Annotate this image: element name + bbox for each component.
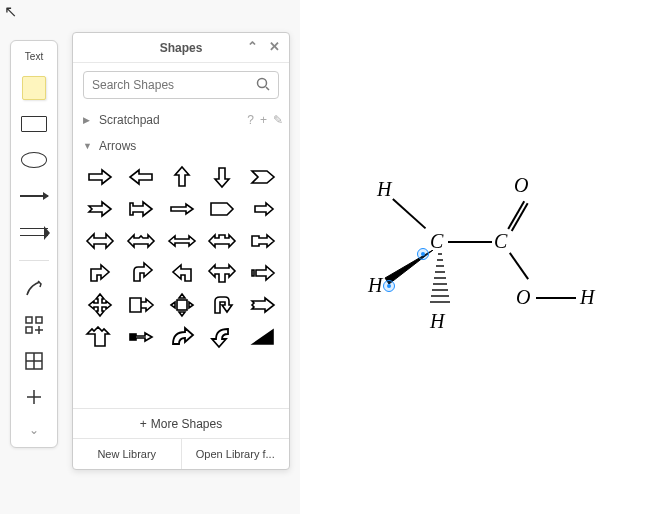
arrow-chevron-right[interactable] [246,163,280,191]
open-library-button[interactable]: Open Library f... [182,439,290,469]
search-icon[interactable] [256,77,270,94]
arrow-quad[interactable] [83,291,117,319]
freehand-tool[interactable] [18,279,50,299]
arrow-curve-down[interactable] [205,323,239,351]
mouse-cursor: ↖ [4,2,17,21]
search-input[interactable] [92,78,256,92]
arrow-right-small[interactable] [246,195,280,223]
arrow-double-horiz[interactable] [83,227,117,255]
arrow-corner-ul[interactable] [165,259,199,287]
line-tool[interactable] [18,186,50,206]
atom-o-double[interactable]: O [514,174,528,197]
drawing-canvas[interactable]: H H C H C O O H [300,0,658,514]
arrow-cross-2[interactable] [83,323,117,351]
scratchpad-help[interactable]: ? [247,113,254,127]
arrow-down-block[interactable] [205,163,239,191]
sticky-note-tool[interactable] [18,78,50,98]
table-tool[interactable] [18,351,50,371]
new-library-button[interactable]: New Library [73,439,182,469]
double-line-arrow-tool[interactable] [18,222,50,242]
arrow-right-stripe[interactable] [246,259,280,287]
arrow-quad-box[interactable] [165,291,199,319]
molecule-drawing[interactable]: H H C H C O O H [330,170,610,350]
atom-h-top[interactable]: H [377,178,391,201]
arrow-right-slim[interactable] [165,195,199,223]
arrow-t[interactable] [205,259,239,287]
panel-header: Shapes ⌃ ✕ [73,33,289,63]
scratchpad-section[interactable]: ▶ Scratchpad ? + ✎ [83,107,283,133]
bond-c-c[interactable] [448,241,492,243]
shapes-panel: Shapes ⌃ ✕ ▶ Scratchpad ? + ✎ ▼ Arrows [72,32,290,470]
collapse-icon[interactable]: ⌃ [243,37,261,55]
arrow-corner-ur[interactable] [83,259,117,287]
arrow-right-block[interactable] [83,163,117,191]
svg-point-4 [258,78,267,87]
mini-toolbar: Text ⌄ [10,40,58,448]
svg-rect-2 [26,327,32,333]
arrow-right-open[interactable] [124,323,158,351]
panel-title: Shapes [160,41,203,55]
arrow-right-box[interactable] [246,227,280,255]
plus-tool[interactable] [18,387,50,407]
svg-rect-1 [36,317,42,323]
atom-c-right[interactable]: C [494,230,507,253]
caret-right-icon: ▶ [83,115,93,125]
arrow-curve-right[interactable] [165,323,199,351]
scratchpad-edit[interactable]: ✎ [273,113,283,127]
expand-toolbar[interactable]: ⌄ [18,423,50,437]
bond-c-o-double[interactable] [507,201,524,229]
arrow-bend-right[interactable] [124,259,158,287]
plus-icon: + [140,417,147,431]
search-box[interactable] [83,71,279,99]
arrow-right-jagged[interactable] [246,291,280,319]
arrow-head-solid[interactable] [246,323,280,351]
section-label: Scratchpad [99,113,160,127]
arrow-double-slim[interactable] [165,227,199,255]
arrow-shape-grid [83,159,283,355]
add-shape-tool[interactable] [18,315,50,335]
arrows-section[interactable]: ▼ Arrows [83,133,283,159]
selection-handle[interactable] [383,280,395,292]
panel-body: ▶ Scratchpad ? + ✎ ▼ Arrows [73,107,289,408]
atom-h-left[interactable]: H [368,274,382,297]
panel-footer: + More Shapes New Library Open Library f… [73,408,289,469]
svg-rect-6 [130,334,136,340]
bond-c-o-single[interactable] [509,252,529,279]
arrow-right-tail[interactable] [124,195,158,223]
caret-down-icon: ▼ [83,141,93,151]
close-icon[interactable]: ✕ [265,37,283,55]
svg-rect-5 [177,300,187,310]
ellipse-tool[interactable] [18,150,50,170]
svg-rect-0 [26,317,32,323]
arrow-callout-right[interactable] [124,291,158,319]
atom-h-hydroxyl[interactable]: H [580,286,594,309]
bond-h-c-top[interactable] [392,198,426,229]
arrow-pentagon[interactable] [205,195,239,223]
arrow-right-notch[interactable] [83,195,117,223]
rectangle-tool[interactable] [18,114,50,134]
scratchpad-add[interactable]: + [260,113,267,127]
more-shapes-label: More Shapes [151,417,222,431]
arrow-up-block[interactable] [165,163,199,191]
arrow-u-turn[interactable] [205,291,239,319]
selection-handle[interactable] [417,248,429,260]
arrow-left-block[interactable] [124,163,158,191]
section-label: Arrows [99,139,136,153]
text-tool[interactable]: Text [25,51,43,62]
bond-c-h-hash[interactable] [428,252,452,314]
arrow-double-cut[interactable] [205,227,239,255]
bond-o-h[interactable] [536,297,576,299]
atom-o-single[interactable]: O [516,286,530,309]
divider [19,260,49,261]
arrow-double-ragged[interactable] [124,227,158,255]
more-shapes-button[interactable]: + More Shapes [73,409,289,439]
